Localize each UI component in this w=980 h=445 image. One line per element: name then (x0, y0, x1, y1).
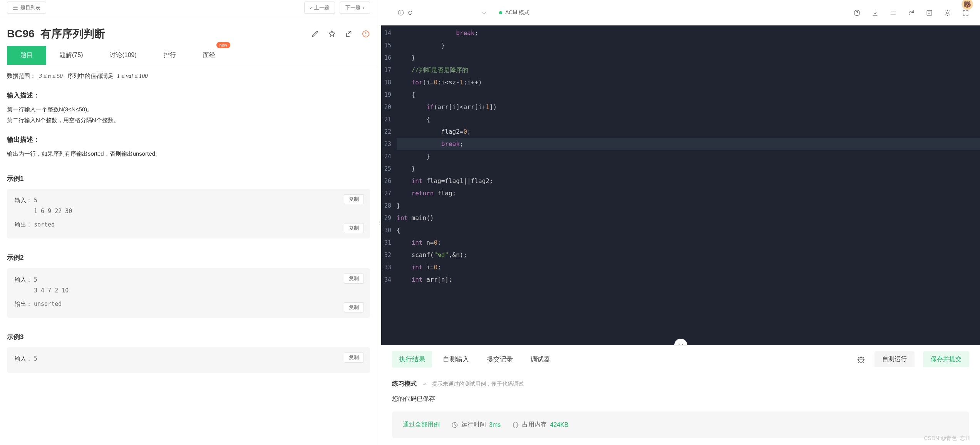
list-icon (13, 5, 18, 10)
tab-debugger[interactable]: 调试器 (524, 351, 557, 368)
math-range-val: 1 ≤ val ≤ 100 (117, 73, 148, 79)
output-tabs: 执行结果 自测输入 提交记录 调试器 (392, 351, 557, 368)
problem-tabs: 题目 题解(75) 讨论(109) 排行 面经 new (0, 46, 377, 65)
practice-mode-label: 练习模式 (392, 380, 417, 388)
output-desc-heading: 输出描述： (7, 134, 370, 146)
chevron-right-icon: › (363, 5, 364, 11)
math-range-n: 3 ≤ n ≤ 50 (39, 73, 62, 79)
language-select[interactable]: C (392, 7, 492, 18)
tab-rank[interactable]: 排行 (150, 46, 189, 65)
svg-rect-3 (927, 10, 932, 15)
problem-title: BC96 有序序列判断 (7, 27, 105, 41)
tab-discuss[interactable]: 讨论(109) (96, 46, 150, 65)
memory-icon (512, 421, 519, 428)
chevron-down-icon (481, 10, 487, 15)
clock-icon (451, 421, 458, 428)
copy-output-button[interactable]: 复制 (344, 302, 364, 312)
sample3-heading: 示例3 (7, 331, 370, 343)
fullscreen-icon[interactable] (962, 9, 969, 17)
sample3-box: 复制 输入：5 (7, 347, 370, 373)
pass-label: 通过全部用例 (403, 421, 440, 429)
result-box: 通过全部用例 运行时间 3ms 占用内存 424KB (392, 411, 969, 438)
refresh-icon[interactable] (908, 9, 915, 17)
status-dot-icon (499, 11, 502, 14)
help-icon[interactable] (853, 9, 861, 17)
sample2-heading: 示例2 (7, 252, 370, 264)
new-badge: new (216, 42, 230, 48)
input-desc-heading: 输入描述： (7, 89, 370, 102)
sample2-box: 复制 复制 输入：5 3 4 7 2 10 输出：unsorted (7, 268, 370, 318)
settings-icon[interactable] (944, 9, 951, 17)
problem-content: 数据范围： 3 ≤ n ≤ 50 序列中的值都满足 1 ≤ val ≤ 100 … (0, 65, 377, 445)
tab-description[interactable]: 题目 (7, 46, 46, 65)
chevron-left-icon: ‹ (310, 5, 312, 11)
code-area[interactable]: break; } } //判断是否是降序的 for(i=0;i<sz-1;i++… (397, 25, 980, 287)
chevron-down-icon (678, 342, 684, 345)
panel-splitter[interactable]: ⋮ (377, 0, 381, 445)
star-icon[interactable] (328, 30, 336, 38)
problem-list-button[interactable]: 题目列表 (7, 2, 46, 14)
sample1-heading: 示例1 (7, 173, 370, 185)
top-nav: 题目列表 ‹ 上一题 下一题 › (0, 0, 377, 18)
sample1-box: 复制 复制 输入：5 1 6 9 22 30 输出：sorted (7, 189, 370, 239)
submit-button[interactable]: 保存并提交 (923, 351, 969, 367)
collapse-panel-button[interactable] (674, 339, 687, 345)
svg-point-4 (946, 12, 948, 14)
svg-rect-7 (514, 423, 518, 427)
tab-history[interactable]: 提交记录 (480, 351, 520, 368)
copy-input-button[interactable]: 复制 (344, 194, 364, 204)
download-icon[interactable] (871, 9, 879, 17)
bug-icon[interactable] (856, 354, 866, 364)
prev-problem-button[interactable]: ‹ 上一题 (304, 2, 335, 14)
tab-result[interactable]: 执行结果 (392, 351, 432, 368)
tab-selftest[interactable]: 自测输入 (436, 351, 476, 368)
saved-message: 您的代码已保存 (392, 395, 969, 403)
next-problem-button[interactable]: 下一题 › (340, 2, 370, 14)
notes-icon[interactable] (926, 9, 933, 17)
line-gutter: 1415161718192021222324252627282930313233… (381, 25, 397, 287)
edit-icon[interactable] (311, 30, 319, 38)
format-icon[interactable] (890, 9, 897, 17)
acm-mode-label: ACM 模式 (499, 9, 529, 16)
mode-hint-text: 提示未通过的测试用例，便于代码调试 (432, 381, 524, 388)
copy-input-button[interactable]: 复制 (344, 353, 364, 363)
alert-icon[interactable] (362, 30, 370, 38)
info-icon (397, 9, 404, 16)
copy-output-button[interactable]: 复制 (344, 223, 364, 233)
watermark: CSDN @青色_忘川 (924, 435, 971, 442)
tab-experience[interactable]: 面经 new (189, 46, 229, 65)
self-run-button[interactable]: 自测运行 (874, 351, 915, 367)
tab-solutions[interactable]: 题解(75) (46, 46, 96, 65)
chevron-down-icon[interactable] (422, 382, 427, 386)
copy-input-button[interactable]: 复制 (344, 274, 364, 284)
share-icon[interactable] (345, 30, 353, 38)
code-editor[interactable]: 1415161718192021222324252627282930313233… (381, 25, 980, 345)
